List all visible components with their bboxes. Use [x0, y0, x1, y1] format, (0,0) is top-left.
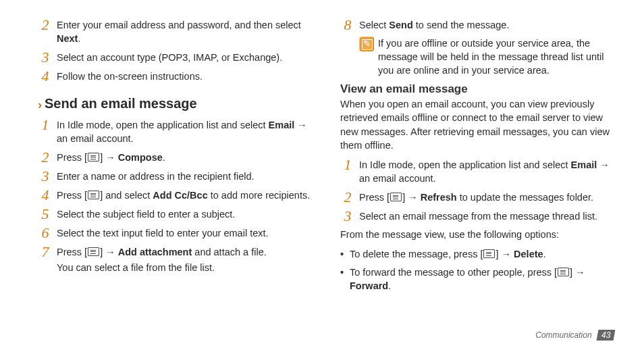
step-post: to send the message. — [413, 20, 510, 30]
setup-step-2: 2Enter your email address and password, … — [38, 16, 312, 49]
menu-icon — [88, 191, 99, 199]
section-heading-send: ›Send an email message — [38, 96, 312, 112]
send-step-8: 8Select Send to send the message. — [340, 16, 614, 35]
option-mid: ] → — [495, 249, 514, 259]
setup-step-4: 4Follow the on-screen instructions. — [38, 68, 312, 86]
note-text: If you are offline or outside your servi… — [378, 36, 614, 77]
send-step-7-note: You can select a file from the file list… — [38, 261, 312, 274]
step-text: Press [ — [57, 247, 87, 257]
step-mid: ] and select — [100, 190, 153, 201]
step-number: 3 — [38, 47, 53, 68]
chevron-right-icon: › — [38, 98, 42, 111]
option-post: . — [543, 249, 546, 259]
step-number: 7 — [38, 242, 53, 262]
step-number: 2 — [38, 147, 53, 168]
step-text: Select the text input field to enter you… — [57, 228, 269, 239]
subsection-heading-view: View an email message — [340, 82, 614, 96]
step-post: . — [78, 33, 80, 44]
footer-section: Communication — [535, 330, 591, 340]
step-number: 4 — [38, 185, 53, 205]
left-column: 2Enter your email address and password, … — [38, 16, 312, 334]
page-number-box: 43 — [596, 330, 615, 341]
step-bold: Add attachment — [118, 247, 192, 257]
step-bold: Email — [571, 159, 597, 170]
step-number: 5 — [38, 204, 53, 224]
step-mid: ] → — [100, 152, 118, 163]
send-steps: 1In Idle mode, open the application list… — [38, 116, 312, 262]
step-text: Select the subject field to enter a subj… — [57, 209, 235, 220]
view-steps: 1In Idle mode, open the application list… — [340, 156, 614, 226]
option-text: To forward the message to other people, … — [350, 267, 557, 278]
menu-icon — [558, 268, 569, 276]
step-post: . — [163, 152, 165, 163]
step-number: 1 — [340, 155, 355, 175]
view-step-3: 3Select an email message from the messag… — [340, 207, 614, 226]
step-number: 4 — [38, 66, 53, 86]
menu-icon — [88, 153, 99, 161]
step-bold: Compose — [118, 152, 163, 163]
page-footer: Communication 43 — [535, 330, 614, 341]
step-text: Enter a name or address in the recipient… — [57, 171, 254, 182]
step-mid: ] → — [402, 192, 421, 203]
right-column: 8Select Send to send the message. If you… — [340, 16, 614, 334]
option-text: To delete the message, press [ — [350, 249, 483, 259]
section-title: Send an email message — [45, 96, 197, 111]
step-post: and attach a file. — [192, 247, 266, 257]
page-number: 43 — [601, 330, 610, 340]
step-number: 2 — [340, 187, 355, 207]
step-bold: Add Cc/Bcc — [153, 190, 207, 201]
send-step-2: 2Press [] → Compose. — [38, 149, 312, 168]
option-delete: To delete the message, press [] → Delete… — [340, 245, 614, 264]
step-number: 1 — [38, 115, 53, 135]
menu-icon — [88, 247, 99, 256]
option-post: . — [388, 280, 391, 291]
menu-icon — [483, 249, 495, 258]
step-post: to update the messages folder. — [457, 192, 593, 203]
send-step-1: 1In Idle mode, open the application list… — [38, 116, 312, 149]
step-number: 6 — [38, 223, 53, 243]
step-number: 2 — [38, 15, 53, 35]
step-bold: Email — [269, 120, 295, 130]
step-number: 3 — [340, 206, 355, 226]
step-text: Select an email message from the message… — [359, 211, 597, 222]
step-text: In Idle mode, open the application list … — [57, 120, 269, 130]
view-step-2: 2Press [] → Refresh to update the messag… — [340, 189, 614, 207]
send-step-4: 4Press [] and select Add Cc/Bcc to add m… — [38, 186, 312, 205]
step-number: 8 — [340, 15, 355, 35]
option-bold: Forward — [350, 280, 388, 291]
step-bold: Refresh — [421, 192, 457, 203]
setup-steps: 2Enter your email address and password, … — [38, 16, 312, 86]
options-list: To delete the message, press [] → Delete… — [340, 245, 614, 295]
option-mid: ] → — [570, 267, 585, 278]
view-step-1: 1In Idle mode, open the application list… — [340, 156, 614, 189]
menu-icon — [390, 193, 402, 201]
send-step-7: 7Press [] → Add attachment and attach a … — [38, 243, 312, 262]
send-step-5: 5Select the subject field to enter a sub… — [38, 205, 312, 224]
step-text: Press [ — [57, 190, 87, 201]
step-mid: ] → — [100, 247, 118, 257]
send-step-3: 3Enter a name or address in the recipien… — [38, 168, 312, 186]
step-text: In Idle mode, open the application list … — [359, 159, 571, 170]
step-bold: Next — [57, 33, 78, 44]
step-text: Enter your email address and password, a… — [57, 20, 301, 30]
option-bold: Delete — [514, 249, 543, 259]
view-intro: When you open an email account, you can … — [340, 97, 614, 152]
options-lead: From the message view, use the following… — [340, 228, 614, 241]
step-text: Follow the on-screen instructions. — [57, 71, 203, 82]
send-step-6: 6Select the text input field to enter yo… — [38, 224, 312, 243]
step-text: Press [ — [359, 192, 390, 203]
step-number: 3 — [38, 166, 53, 186]
step-post: to add more recipients. — [208, 190, 311, 201]
option-forward: To forward the message to other people, … — [340, 264, 614, 295]
send-steps-cont: 8Select Send to send the message. — [340, 16, 614, 35]
setup-step-3: 3Select an account type (POP3, IMAP, or … — [38, 49, 312, 68]
note-icon — [359, 36, 374, 51]
step-text: Select an account type (POP3, IMAP, or E… — [57, 52, 282, 63]
step-bold: Send — [389, 20, 412, 30]
step-text: Press [ — [57, 152, 87, 163]
offline-note: If you are offline or outside your servi… — [340, 35, 614, 81]
step-text: Select — [359, 20, 389, 30]
